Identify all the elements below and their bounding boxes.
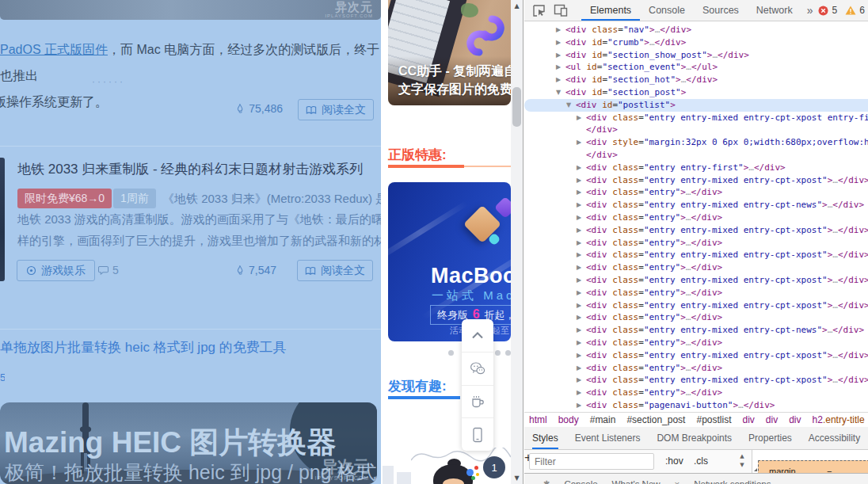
breadcrumb-item[interactable]: div	[742, 414, 754, 425]
back-to-top-button[interactable]	[462, 319, 493, 353]
collapsed-arrow-icon[interactable]: ▶	[556, 36, 565, 49]
collapsed-arrow-icon[interactable]: ▶	[577, 212, 586, 224]
carousel-dot[interactable]	[505, 350, 511, 356]
tree-row[interactable]: ▶<div class="entry">…</div>	[524, 362, 868, 375]
collapsed-arrow-icon[interactable]: ▶	[577, 249, 586, 261]
styles-tab-properties[interactable]: Properties	[748, 427, 792, 449]
collapsed-arrow-icon[interactable]: ▶	[577, 237, 586, 250]
drawer-tab-network-conditions[interactable]: Network conditions	[694, 479, 771, 484]
carousel-dot[interactable]	[448, 350, 454, 356]
expanded-arrow-icon[interactable]: ▼	[566, 99, 576, 112]
collapsed-arrow-icon[interactable]: ▶	[577, 274, 586, 287]
cc-assistant-ad-card[interactable]: CC助手 - 复制两遍自 文字保存图片的免费	[388, 0, 511, 105]
tree-row[interactable]: ▶<div class="entry">…</div>	[524, 186, 868, 199]
heic-post-cover-image[interactable]: Mazing HEIC 图片转换器 极简！拖放批量转换 heic 到 jpg /…	[0, 402, 377, 484]
pane-scroll-steppers[interactable]: ▲▼	[737, 452, 748, 470]
article2-comment-count[interactable]: 5	[98, 264, 119, 276]
styles-tab-styles[interactable]: Styles	[532, 427, 558, 449]
tree-row[interactable]: ▶<div class="entry">…</div>	[524, 337, 868, 349]
scrollbar-up-arrow[interactable]: ▲	[511, 0, 523, 12]
collapsed-arrow-icon[interactable]: ▶	[577, 162, 586, 174]
carousel-dot[interactable]	[495, 350, 501, 356]
collapsed-arrow-icon[interactable]: ▶	[577, 311, 586, 324]
collapsed-arrow-icon[interactable]: ▶	[577, 224, 586, 237]
collapsed-arrow-icon[interactable]: ▶	[577, 174, 586, 187]
styles-filter-input[interactable]	[529, 453, 654, 470]
devtools-tab-elements[interactable]: Elements	[581, 0, 640, 21]
tree-row[interactable]: ▶<div id="section_show_post">…</div>	[524, 49, 868, 62]
breadcrumb-item[interactable]: #postlist	[696, 414, 731, 425]
console-issue-badges[interactable]: 5 6	[818, 5, 864, 16]
collapsed-arrow-icon[interactable]: ▶	[577, 387, 586, 399]
collapsed-arrow-icon[interactable]: ▶	[577, 112, 586, 124]
scrollbar-thumb[interactable]	[512, 87, 521, 127]
close-tab-icon[interactable]: ×	[675, 479, 680, 484]
collapsed-arrow-icon[interactable]: ▶	[577, 349, 586, 362]
article1-inline-link[interactable]: PadOS 正式版固件	[0, 43, 108, 56]
tree-row[interactable]: ▶<div class="entry entry-mixed entry-cpt…	[524, 174, 868, 187]
breadcrumb-item[interactable]: h2.entry-title	[813, 414, 865, 425]
tree-row[interactable]: </div>	[524, 124, 868, 136]
collapsed-arrow-icon[interactable]: ▶	[556, 74, 565, 86]
article1-read-more-button[interactable]: 阅读全文	[298, 99, 374, 120]
collapsed-arrow-icon[interactable]: ▶	[577, 261, 586, 274]
collapsed-arrow-icon[interactable]: ▶	[556, 61, 565, 74]
tree-row[interactable]: ▶<div style="margin:32px 0 6px 0;width:6…	[524, 136, 868, 149]
breadcrumb-item[interactable]: body	[558, 414, 579, 425]
drawer-tab-what-s-new[interactable]: What's New	[612, 479, 661, 484]
tree-row[interactable]: ▶<div class="entry entry-first">…</div>	[524, 162, 868, 174]
collapsed-arrow-icon[interactable]: ▶	[577, 299, 586, 312]
page-scrollbar[interactable]: ▲ ▼	[511, 0, 523, 484]
chat-notification-badge[interactable]: 1	[483, 456, 505, 478]
more-tabs-button[interactable]: »	[801, 4, 819, 17]
device-toolbar-button[interactable]	[550, 4, 572, 17]
heic-post-title-link[interactable]: 单拖放图片批量转换 heic 格式到 jpg 的免费工具	[0, 338, 287, 356]
tree-row-postlist-highlighted[interactable]: ▼<div id="postlist">	[524, 99, 868, 112]
tree-row[interactable]: ▶<div class="entry entry-mixed entry-cpt…	[524, 374, 868, 387]
inspect-element-button[interactable]	[528, 4, 550, 17]
article1-banner-image[interactable]: 异次元 IPLAYSOFT.COM	[0, 0, 381, 20]
devtools-tab-sources[interactable]: Sources	[694, 0, 748, 21]
styles-tab-dom-breakpoints[interactable]: DOM Breakpoints	[657, 427, 732, 449]
devtools-tab-console[interactable]: Console	[640, 0, 694, 21]
collapsed-arrow-icon[interactable]: ▶	[577, 399, 586, 412]
article2-read-more-button[interactable]: 阅读全文	[297, 260, 373, 281]
tree-row[interactable]: ▶<div class="pagenavi-button">…</div>	[524, 399, 868, 412]
styles-tab-accessibility[interactable]: Accessibility	[809, 427, 860, 449]
tree-row[interactable]: ▶<div class="entry entry-mixed entry-cpt…	[524, 224, 868, 237]
breadcrumb-item[interactable]: html	[529, 414, 547, 425]
collapsed-arrow-icon[interactable]: ▶	[577, 199, 586, 212]
styles-tab-event-listeners[interactable]: Event Listeners	[575, 427, 641, 449]
breadcrumb-item[interactable]: #section_post	[626, 414, 685, 425]
article2-category-button[interactable]: 游戏娱乐	[17, 260, 95, 281]
toggle-element-state-button[interactable]: :hov	[665, 455, 683, 467]
donate-coffee-button[interactable]	[462, 386, 493, 419]
collapsed-arrow-icon[interactable]: ▶	[556, 49, 565, 62]
macbooster-ad-card[interactable]: MacBooster 一站式 Mac 清 终身版 6 折起，最 活动 起至	[388, 182, 511, 341]
collapsed-arrow-icon[interactable]: ▶	[577, 186, 586, 199]
tree-row[interactable]: ▶<div class="entry entry-mixed entry-cpt…	[524, 199, 868, 212]
scrollbar-down-arrow[interactable]: ▼	[511, 472, 523, 484]
tree-row[interactable]: ▶<div class="nav">…</div>	[524, 24, 868, 36]
article2-title[interactable]: 地铁 2033 归来重制版 - 经典的科幻末日题材射击游戏系列	[17, 160, 380, 178]
tree-row[interactable]: ▶<ul id="section_event">…</ul>	[524, 61, 868, 74]
collapsed-arrow-icon[interactable]: ▶	[577, 287, 586, 299]
breadcrumb-item[interactable]: div	[789, 414, 801, 425]
collapsed-arrow-icon[interactable]: ▶	[577, 374, 586, 387]
tree-row[interactable]: ▶<div class="entry entry-mixed entry-cpt…	[524, 349, 868, 362]
tree-row[interactable]: ▶<div id="section_hot">…</div>	[524, 74, 868, 86]
breadcrumb-item[interactable]: #main	[590, 414, 616, 425]
tree-row[interactable]: ▶<div class="entry">…</div>	[524, 212, 868, 224]
tree-row[interactable]: ▶<div class="entry">…</div>	[524, 237, 868, 250]
tree-row[interactable]: ▼<div id="section_post">	[524, 86, 868, 99]
wechat-share-button[interactable]	[462, 353, 493, 386]
tree-row[interactable]: ▶<div class="entry">…</div>	[524, 311, 868, 324]
collapsed-arrow-icon[interactable]: ▶	[556, 24, 565, 36]
element-classes-button[interactable]: .cls	[694, 455, 708, 467]
tree-row[interactable]: ▶<div class="entry">…</div>	[524, 387, 868, 399]
tree-row[interactable]: ▶<div class="entry entry-mixed entry-cpt…	[524, 112, 868, 124]
tree-row[interactable]: </div>	[524, 149, 868, 162]
breadcrumb-item[interactable]: div	[766, 414, 778, 425]
drawer-tab-console[interactable]: Console	[564, 479, 597, 484]
tree-row[interactable]: ▶<div id="crumb">…</div>	[524, 36, 868, 49]
